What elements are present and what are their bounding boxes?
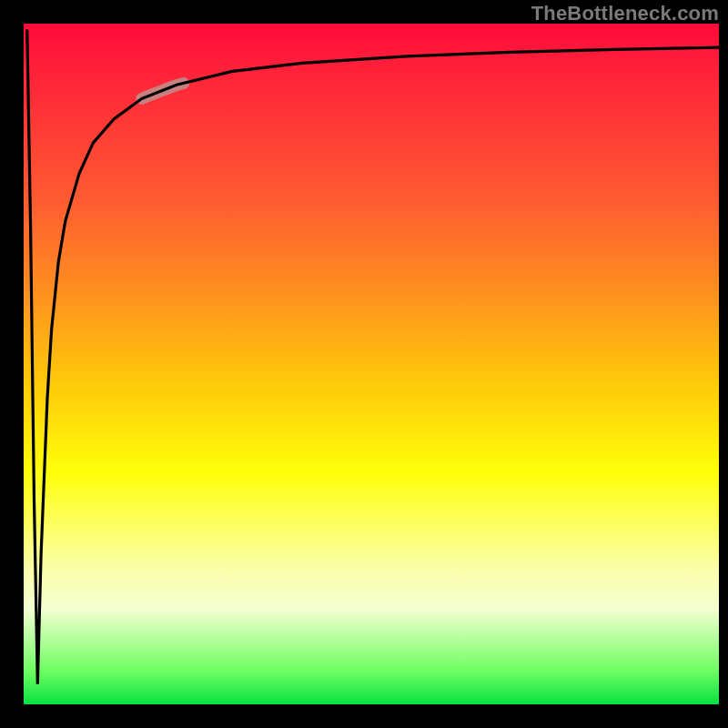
curve-layer bbox=[24, 24, 719, 704]
chart-figure: TheBottleneck.com bbox=[0, 0, 728, 728]
bottleneck-curve bbox=[27, 31, 719, 684]
watermark-text: TheBottleneck.com bbox=[531, 2, 719, 25]
